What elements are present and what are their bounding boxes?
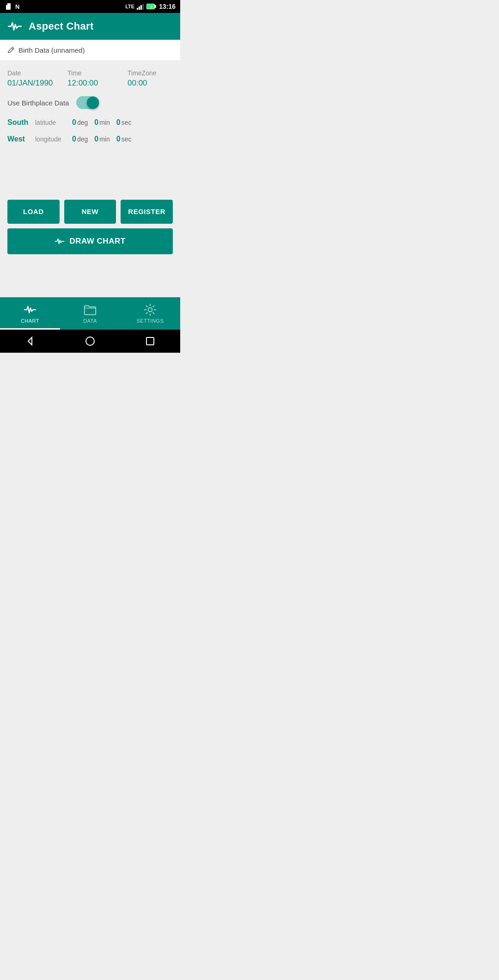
toggle-label: Use Birthplace Data: [7, 99, 69, 107]
chart-nav-label: CHART: [21, 318, 39, 324]
svg-marker-12: [28, 337, 32, 345]
time-display: 13:16: [159, 3, 176, 10]
settings-nav-icon: [144, 303, 157, 316]
status-bar-left: N: [5, 3, 21, 10]
edit-icon: [6, 46, 15, 55]
data-nav-icon: [84, 303, 97, 316]
dt-labels: Date Time TimeZone: [7, 69, 173, 77]
draw-chart-button[interactable]: DRAW CHART: [7, 228, 173, 254]
sd-card-icon: [5, 3, 12, 10]
timezone-label: TimeZone: [128, 69, 173, 77]
lte-label: LTE: [125, 4, 134, 9]
svg-rect-14: [146, 337, 154, 345]
time-label: Time: [67, 69, 128, 77]
nav-data[interactable]: DATA: [60, 297, 120, 330]
form-area: Date Time TimeZone 01/JAN/1990 12:00:00 …: [0, 61, 180, 190]
svg-rect-6: [142, 4, 144, 10]
latitude-direction[interactable]: South: [7, 118, 35, 127]
birth-data-label: Birth Data (unnamed): [18, 46, 85, 54]
register-button[interactable]: REGISTER: [121, 200, 173, 224]
toggle-knob: [87, 97, 99, 109]
longitude-direction[interactable]: West: [7, 135, 35, 143]
birthplace-toggle[interactable]: [76, 96, 99, 109]
svg-rect-3: [137, 8, 138, 10]
svg-point-13: [86, 337, 94, 345]
svg-rect-1: [6, 3, 7, 5]
status-bar: N LTE ⚡ 13:16: [0, 0, 180, 13]
svg-text:N: N: [15, 3, 19, 10]
draw-chart-row: DRAW CHART: [0, 228, 180, 254]
latitude-deg[interactable]: 0: [72, 118, 76, 127]
empty-space: [0, 259, 180, 298]
load-button[interactable]: LOAD: [7, 200, 60, 224]
latitude-row[interactable]: South latitude 0 deg 0 min 0 sec: [7, 118, 173, 127]
svg-rect-9: [155, 5, 156, 8]
birth-data-row[interactable]: Birth Data (unnamed): [0, 40, 180, 61]
android-nav-bar: [0, 330, 180, 353]
action-buttons-row: LOAD NEW REGISTER: [7, 200, 173, 224]
longitude-type: longitude: [35, 135, 72, 143]
pulse-icon: [7, 19, 22, 34]
longitude-deg[interactable]: 0: [72, 135, 76, 143]
nav-chart[interactable]: CHART: [0, 297, 60, 330]
latitude-min-unit: min: [99, 119, 110, 126]
longitude-deg-unit: deg: [77, 135, 88, 143]
longitude-sec-unit: sec: [122, 135, 132, 143]
recents-button[interactable]: [145, 336, 156, 347]
svg-rect-4: [139, 6, 140, 10]
latitude-type: latitude: [35, 119, 72, 126]
longitude-sec[interactable]: 0: [116, 135, 121, 143]
nav-settings[interactable]: SETTINGS: [120, 297, 180, 330]
notification-icon: N: [15, 3, 21, 10]
svg-point-11: [148, 308, 152, 312]
new-button[interactable]: NEW: [64, 200, 116, 224]
battery-icon: ⚡: [146, 3, 157, 10]
home-button[interactable]: [85, 336, 96, 347]
data-nav-label: DATA: [83, 318, 97, 324]
time-value[interactable]: 12:00:00: [67, 79, 128, 88]
svg-rect-5: [140, 5, 142, 10]
latitude-deg-unit: deg: [77, 119, 88, 126]
longitude-min-unit: min: [99, 135, 110, 143]
app-title: Aspect Chart: [29, 20, 94, 32]
app-bar: Aspect Chart: [0, 13, 180, 40]
date-label: Date: [7, 69, 67, 77]
latitude-sec[interactable]: 0: [116, 118, 121, 127]
date-value[interactable]: 01/JAN/1990: [7, 79, 67, 88]
settings-nav-label: SETTINGS: [136, 318, 164, 324]
chart-nav-icon: [24, 303, 37, 316]
dt-values[interactable]: 01/JAN/1990 12:00:00 00:00: [7, 79, 173, 88]
longitude-row[interactable]: West longitude 0 deg 0 min 0 sec: [7, 135, 173, 143]
latitude-min[interactable]: 0: [94, 118, 98, 127]
signal-icon: [137, 3, 144, 10]
toggle-row[interactable]: Use Birthplace Data: [7, 96, 173, 109]
longitude-min[interactable]: 0: [94, 135, 98, 143]
svg-text:⚡: ⚡: [149, 4, 154, 10]
draw-chart-pulse-icon: [55, 236, 65, 246]
timezone-value[interactable]: 00:00: [128, 79, 173, 88]
bottom-nav: CHART DATA SETTINGS: [0, 297, 180, 330]
back-button[interactable]: [24, 336, 36, 347]
status-bar-right: LTE ⚡ 13:16: [125, 3, 176, 10]
latitude-sec-unit: sec: [122, 119, 132, 126]
